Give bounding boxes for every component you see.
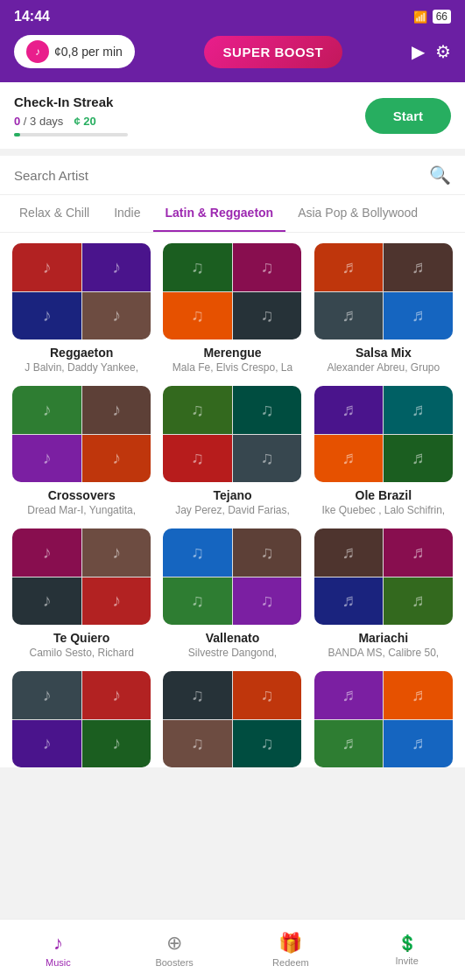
thumb-collage-ole-brazil: ♬ ♬ ♬ ♬ — [314, 386, 453, 482]
thumb-cell: ♬ — [314, 243, 384, 291]
thumb-cell: ♬ — [384, 435, 453, 483]
thumb-cell: ♪ — [82, 578, 151, 626]
thumb-cell: ♪ — [82, 386, 151, 434]
music-icon: ♪ — [53, 932, 63, 955]
thumb-cell: ♪ — [82, 671, 151, 719]
thumb-cell: ♬ — [314, 292, 384, 340]
header-right-icons: ▶ ⚙ — [412, 41, 451, 62]
grid-title-merengue: Merengue — [203, 346, 261, 360]
checkin-bar — [14, 133, 128, 136]
grid-item-te-quiero[interactable]: ♪ ♪ ♪ ♪ Te Quiero Camilo Sesto, Richard — [11, 528, 152, 659]
grid-item-reggaeton[interactable]: ♪ ♪ ♪ ♪ Reggaeton J Balvin, Daddy Yankee… — [11, 243, 152, 374]
thumb-collage-salsa: ♬ ♬ ♬ ♬ — [314, 243, 453, 340]
thumb-collage-te-quiero: ♪ ♪ ♪ ♪ — [12, 528, 151, 625]
checkin-days: 0 / 3 days — [14, 115, 63, 128]
nav-music-label: Music — [46, 957, 71, 968]
thumb-cell: ♬ — [384, 528, 453, 577]
thumb-cell: ♫ — [163, 671, 232, 719]
thumb-collage-partial-1: ♪ ♪ ♪ ♪ — [12, 671, 151, 767]
play-icon[interactable]: ▶ — [412, 41, 425, 62]
grid-subtitle-reggaeton: J Balvin, Daddy Yankee, — [25, 361, 138, 374]
boosters-icon: ⊕ — [166, 932, 182, 955]
grid-item-salsa-mix[interactable]: ♬ ♬ ♬ ♬ Salsa Mix Alexander Abreu, Grupo — [313, 243, 454, 374]
thumb-cell: ♫ — [163, 243, 232, 291]
thumb-cell: ♪ — [12, 671, 81, 719]
battery-icon: 66 — [433, 10, 451, 24]
checkin-coins: ¢ 20 — [74, 115, 95, 128]
thumb-cell: ♪ — [12, 435, 81, 483]
header: 14:44 📶 66 ♪ ¢0,8 per min SUPER BOOST ▶ … — [0, 0, 465, 82]
thumb-cell: ♪ — [12, 292, 81, 340]
thumb-cell: ♬ — [314, 386, 384, 434]
grid-title-crossovers: Crossovers — [48, 488, 116, 502]
grid-subtitle-ole-brazil: Ike Quebec , Lalo Schifrin, — [321, 504, 445, 516]
thumb-cell: ♬ — [314, 528, 384, 577]
thumb-cell: ♬ — [314, 435, 384, 483]
tab-asia-pop[interactable]: Asia Pop & Bollywood — [285, 195, 430, 232]
thumb-collage-crossovers: ♪ ♪ ♪ ♪ — [12, 386, 151, 482]
start-button[interactable]: Start — [365, 98, 451, 134]
thumb-cell: ♪ — [82, 720, 151, 768]
grid-item-partial-2[interactable]: ♫ ♫ ♫ ♫ — [161, 671, 303, 767]
thumb-cell: ♫ — [163, 292, 232, 340]
status-time: 14:44 — [14, 9, 50, 24]
grid-title-reggaeton: Reggaeton — [50, 346, 113, 360]
status-bar: 14:44 📶 66 — [14, 9, 451, 24]
settings-icon[interactable]: ⚙ — [435, 41, 451, 62]
bottom-nav: ♪ Music ⊕ Boosters 🎁 Redeem 💲 Invite — [0, 919, 465, 980]
grid-item-merengue[interactable]: ♫ ♫ ♫ ♫ Merengue Mala Fe, Elvis Crespo, … — [161, 243, 303, 374]
nav-redeem[interactable]: 🎁 Redeem — [233, 920, 349, 980]
grid-subtitle-merengue: Mala Fe, Elvis Crespo, La — [173, 361, 292, 374]
grid-title-mariachi: Mariachi — [358, 631, 408, 645]
tab-relax-chill[interactable]: Relax & Chill — [7, 195, 102, 232]
header-actions: ♪ ¢0,8 per min SUPER BOOST ▶ ⚙ — [14, 35, 451, 68]
coin-amount: ¢0,8 per min — [54, 45, 123, 59]
grid-item-partial-3[interactable]: ♬ ♬ ♬ ♬ — [313, 671, 454, 767]
thumb-cell: ♪ — [82, 292, 151, 340]
thumb-cell: ♬ — [314, 578, 384, 626]
thumb-cell: ♪ — [82, 528, 151, 577]
thumb-cell: ♬ — [384, 578, 453, 626]
thumb-cell: ♪ — [12, 720, 81, 768]
thumb-cell: ♬ — [314, 720, 384, 768]
thumb-cell: ♫ — [233, 528, 302, 577]
grid-subtitle-vallenato: Silvestre Dangond, — [188, 647, 277, 659]
grid-title-ole-brazil: Ole Brazil — [356, 488, 412, 502]
grid-item-mariachi[interactable]: ♬ ♬ ♬ ♬ Mariachi BANDA MS, Calibre 50, — [313, 528, 454, 659]
redeem-icon: 🎁 — [278, 932, 302, 955]
thumb-cell: ♫ — [233, 720, 302, 768]
thumb-cell: ♪ — [12, 386, 81, 434]
search-icon[interactable]: 🔍 — [429, 164, 451, 186]
grid-item-ole-brazil[interactable]: ♬ ♬ ♬ ♬ Ole Brazil Ike Quebec , Lalo Sch… — [313, 386, 454, 516]
grid-subtitle-te-quiero: Camilo Sesto, Richard — [29, 647, 133, 659]
grid-item-crossovers[interactable]: ♪ ♪ ♪ ♪ Crossovers Dread Mar-I, Yungatit… — [11, 386, 152, 516]
thumb-cell: ♬ — [384, 386, 453, 434]
tabs-container: Relax & Chill Indie Latin & Reggaeton As… — [0, 195, 465, 233]
search-input[interactable] — [14, 168, 429, 183]
checkin-card: Check-In Streak 0 / 3 days ¢ 20 Start — [0, 82, 465, 149]
thumb-cell: ♬ — [384, 292, 453, 340]
nav-boosters[interactable]: ⊕ Boosters — [116, 920, 233, 980]
thumb-cell: ♪ — [82, 435, 151, 483]
super-boost-button[interactable]: SUPER BOOST — [204, 36, 343, 68]
thumb-collage-partial-3: ♬ ♬ ♬ ♬ — [314, 671, 453, 767]
progress-row: 0 / 3 days ¢ 20 — [14, 115, 128, 128]
tab-latin-reggaeton[interactable]: Latin & Reggaeton — [153, 195, 286, 232]
thumb-cell: ♪ — [12, 578, 81, 626]
thumb-cell: ♫ — [233, 243, 302, 291]
grid-subtitle-mariachi: BANDA MS, Calibre 50, — [328, 647, 439, 659]
nav-music[interactable]: ♪ Music — [0, 920, 116, 980]
thumb-cell: ♫ — [163, 578, 232, 626]
coin-badge[interactable]: ♪ ¢0,8 per min — [14, 35, 135, 68]
thumb-cell: ♫ — [163, 435, 232, 483]
grid-item-partial-1[interactable]: ♪ ♪ ♪ ♪ — [11, 671, 152, 767]
nav-invite[interactable]: 💲 Invite — [349, 920, 465, 980]
tab-indie[interactable]: Indie — [102, 195, 152, 232]
grid-subtitle-salsa: Alexander Abreu, Grupo — [327, 361, 440, 374]
thumb-collage-reggaeton: ♪ ♪ ♪ ♪ — [12, 243, 151, 340]
grid-item-tejano[interactable]: ♫ ♫ ♫ ♫ Tejano Jay Perez, David Farias, — [161, 386, 303, 516]
nav-boosters-label: Boosters — [155, 957, 193, 968]
nav-redeem-label: Redeem — [272, 957, 309, 968]
grid-item-vallenato[interactable]: ♫ ♫ ♫ ♫ Vallenato Silvestre Dangond, — [161, 528, 303, 659]
thumb-collage-merengue: ♫ ♫ ♫ ♫ — [163, 243, 301, 340]
